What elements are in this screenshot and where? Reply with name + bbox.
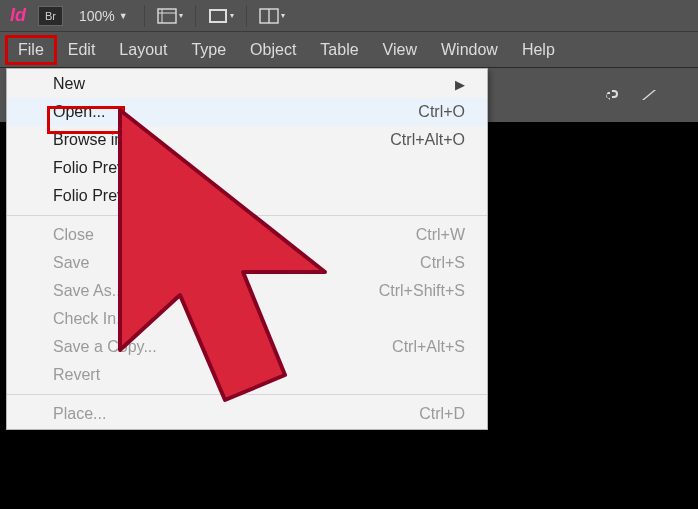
- menu-item-label: Folio Previ: [53, 159, 129, 177]
- chevron-down-icon: ▾: [179, 11, 183, 20]
- menu-item-label: Save: [53, 254, 89, 272]
- menu-item-shortcut: Ctrl+D: [419, 405, 465, 423]
- menubar-item-edit[interactable]: Edit: [56, 36, 108, 64]
- view-mode-frame-icon[interactable]: ▾: [204, 5, 238, 27]
- svg-rect-0: [158, 9, 176, 23]
- menu-item-label: Revert: [53, 366, 100, 384]
- menu-item-open[interactable]: Open... Ctrl+O: [7, 98, 487, 126]
- menubar-item-view[interactable]: View: [371, 36, 429, 64]
- menubar-item-help[interactable]: Help: [510, 36, 567, 64]
- chevron-down-icon: ▾: [230, 11, 234, 20]
- menu-item-label: Open...: [53, 103, 105, 121]
- menu-item-save: Save Ctrl+S: [7, 249, 487, 277]
- menu-item-label: New: [53, 75, 85, 93]
- menubar-item-layout[interactable]: Layout: [107, 36, 179, 64]
- submenu-arrow-icon: ▶: [455, 77, 465, 92]
- menubar-item-type[interactable]: Type: [179, 36, 238, 64]
- zoom-level[interactable]: 100% ▼: [71, 8, 136, 24]
- app-logo: Id: [6, 5, 30, 26]
- menu-item-label: Browse in: [53, 131, 123, 149]
- menu-item-new[interactable]: New ▶: [7, 70, 487, 98]
- shear-icon[interactable]: [640, 86, 658, 104]
- menubar: File Edit Layout Type Object Table View …: [0, 32, 698, 68]
- menu-item-shortcut: Ctrl+Alt+S: [392, 338, 465, 356]
- menu-item-close: Close Ctrl+W: [7, 221, 487, 249]
- menu-item-folio-preview-settings[interactable]: Folio Preview S: [7, 182, 487, 210]
- menubar-item-file[interactable]: File: [6, 36, 56, 64]
- menu-item-check-in: Check In...: [7, 305, 487, 333]
- menu-item-shortcut: Ctrl+O: [418, 103, 465, 121]
- menu-separator: [7, 215, 487, 216]
- menubar-item-table[interactable]: Table: [308, 36, 370, 64]
- menu-item-label: Folio Preview S: [53, 187, 164, 205]
- menu-item-place: Place... Ctrl+D: [7, 400, 487, 428]
- bridge-button[interactable]: Br: [38, 6, 63, 26]
- menubar-item-object[interactable]: Object: [238, 36, 308, 64]
- menu-separator: [7, 394, 487, 395]
- menu-item-save-as: Save As... Ctrl+Shift+S: [7, 277, 487, 305]
- menu-item-shortcut: Ctrl+S: [420, 254, 465, 272]
- top-toolbar: Id Br 100% ▼ ▾ ▾ ▾: [0, 0, 698, 32]
- svg-rect-3: [210, 10, 226, 22]
- menu-item-label: Check In...: [53, 310, 129, 328]
- separator: [246, 5, 247, 27]
- menu-item-save-a-copy: Save a Copy... Ctrl+Alt+S: [7, 333, 487, 361]
- menu-item-label: Save a Copy...: [53, 338, 157, 356]
- menu-item-shortcut: Ctrl+Shift+S: [379, 282, 465, 300]
- chevron-down-icon: ▾: [281, 11, 285, 20]
- separator: [195, 5, 196, 27]
- chevron-down-icon: ▼: [119, 11, 128, 21]
- view-mode-rulers-icon[interactable]: ▾: [153, 5, 187, 27]
- link-icon[interactable]: [602, 86, 620, 104]
- menu-item-shortcut: Ctrl+Alt+O: [390, 131, 465, 149]
- view-mode-split-icon[interactable]: ▾: [255, 5, 289, 27]
- menu-item-label: Save As...: [53, 282, 125, 300]
- menu-item-revert: Revert: [7, 361, 487, 389]
- menu-item-folio-preview[interactable]: Folio Previ: [7, 154, 487, 182]
- menubar-item-window[interactable]: Window: [429, 36, 510, 64]
- menu-item-label: Close: [53, 226, 94, 244]
- separator: [144, 5, 145, 27]
- menu-item-label: Place...: [53, 405, 106, 423]
- menu-item-browse-in-bridge[interactable]: Browse in Ctrl+Alt+O: [7, 126, 487, 154]
- file-menu-dropdown: New ▶ Open... Ctrl+O Browse in Ctrl+Alt+…: [6, 68, 488, 430]
- zoom-value: 100%: [79, 8, 115, 24]
- menu-item-shortcut: Ctrl+W: [416, 226, 465, 244]
